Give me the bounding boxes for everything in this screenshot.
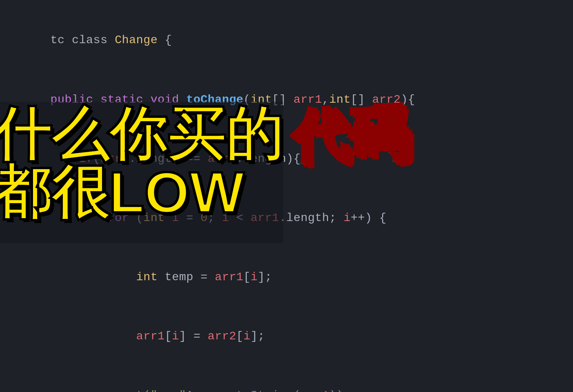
code-line-1: tc class Change { (22, 11, 551, 70)
overlay-line1: 什么你买的 代码 (0, 105, 406, 163)
overlay-daima-text: 代码 (292, 102, 409, 164)
overlay-line2: 都很LOW (0, 163, 406, 221)
code-line-6: arr1[i] = arr2[i]; (22, 307, 551, 366)
code-line-5: int temp = arr1[i]; (22, 248, 551, 307)
code-line-7: t("..."Arrays.toString(arr1)); (22, 366, 551, 392)
overlay-daima: 代码 (286, 102, 409, 164)
overlay-line1-chinese: 什么你买的 (0, 105, 283, 163)
overlay-text-container: 什么你买的 代码 都很LOW (0, 105, 406, 221)
